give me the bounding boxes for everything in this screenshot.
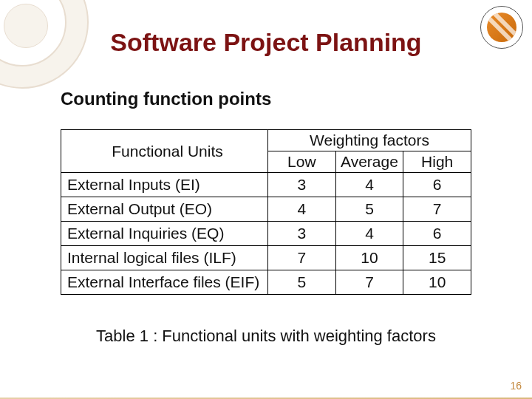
- row-low: 7: [268, 246, 336, 270]
- row-high: 15: [403, 246, 471, 270]
- row-high: 7: [403, 197, 471, 222]
- header-weighting-factors: Weighting factors: [268, 130, 471, 151]
- table-row: External Interface files (EIF) 5 7 10: [61, 270, 471, 295]
- header-functional-units: Functional Units: [61, 130, 268, 173]
- table-caption: Table 1 : Functional units with weightin…: [0, 327, 532, 346]
- row-high: 6: [403, 173, 471, 197]
- row-low: 5: [268, 270, 336, 295]
- row-low: 3: [268, 173, 336, 197]
- table-row: External Inputs (EI) 3 4 6: [61, 173, 471, 197]
- column-high: High: [403, 151, 471, 173]
- row-low: 3: [268, 222, 336, 246]
- row-name: External Output (EO): [61, 197, 268, 222]
- row-low: 4: [268, 197, 336, 222]
- row-high: 6: [403, 222, 471, 246]
- row-name: External Inputs (EI): [61, 173, 268, 197]
- row-name: Internal logical files (ILF): [61, 246, 268, 270]
- row-avg: 7: [335, 270, 403, 295]
- row-name: External Interface files (EIF): [61, 270, 268, 295]
- table-row: External Output (EO) 4 5 7: [61, 197, 471, 222]
- row-avg: 5: [335, 197, 403, 222]
- table-row: Internal logical files (ILF) 7 10 15: [61, 246, 471, 270]
- table-row: External Inquiries (EQ) 3 4 6: [61, 222, 471, 246]
- column-low: Low: [268, 151, 336, 173]
- row-high: 10: [403, 270, 471, 295]
- row-avg: 4: [335, 173, 403, 197]
- row-avg: 10: [335, 246, 403, 270]
- page-title: Software Project Planning: [0, 28, 532, 57]
- row-avg: 4: [335, 222, 403, 246]
- page-number: 16: [510, 380, 522, 392]
- section-heading: Counting function points: [61, 89, 271, 109]
- weighting-factors-table: Functional Units Weighting factors Low A…: [61, 129, 471, 295]
- row-name: External Inquiries (EQ): [61, 222, 268, 246]
- column-average: Average: [335, 151, 403, 173]
